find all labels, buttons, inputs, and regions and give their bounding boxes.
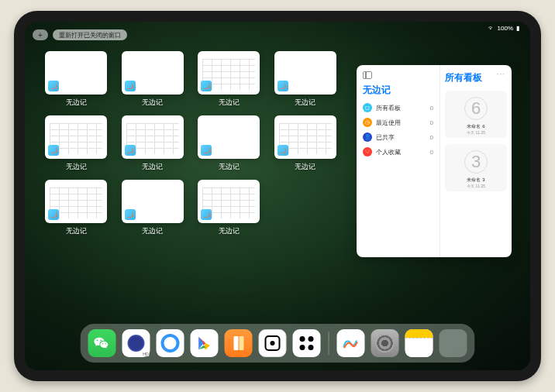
freeform-app-icon	[125, 81, 136, 91]
reopen-closed-window-button[interactable]: 重新打开已关闭的窗口	[53, 29, 127, 40]
freeform-app-icon	[278, 145, 288, 156]
dock-app-qqbrowser[interactable]	[157, 329, 184, 357]
window-label: 无边记	[142, 98, 163, 108]
dock-app-wechat[interactable]	[88, 329, 116, 357]
status-bar: ᯤ 100% ▮	[488, 25, 519, 32]
board-date: 今天 11:25	[467, 130, 485, 135]
freeform-app-icon	[48, 209, 59, 220]
dock-app-settings[interactable]	[371, 329, 399, 357]
shared-icon: 👤	[363, 132, 372, 142]
notes-icon	[405, 329, 433, 357]
signal-icon: ᯤ	[488, 25, 495, 32]
panel-more-button[interactable]: ···	[497, 70, 505, 78]
freeform-app-icon	[125, 209, 136, 220]
board-date: 今天 11:25	[467, 184, 485, 188]
dock-app-pattern[interactable]	[293, 329, 321, 357]
category-count: 0	[430, 134, 433, 141]
dock-separator	[329, 332, 329, 355]
expose-window[interactable]: 无边记	[273, 115, 339, 172]
freeform-icon	[343, 337, 360, 349]
expose-window[interactable]: 无边记	[196, 51, 262, 108]
app-expose-grid: 无边记无边记无边记无边记无边记无边记无边记无边记无边记无边记无边记	[43, 51, 338, 236]
expose-window[interactable]: 无边记	[273, 51, 339, 108]
panel-left-title: 无边记	[363, 84, 433, 97]
dock-app-dice[interactable]	[259, 329, 287, 357]
add-window-button[interactable]: +	[33, 29, 48, 40]
quark-icon	[128, 335, 145, 352]
expose-window[interactable]: 无边记	[196, 180, 262, 236]
window-label: 无边记	[295, 162, 315, 172]
dock-app-books[interactable]	[225, 329, 253, 357]
window-label: 无边记	[219, 98, 240, 108]
gear-icon	[376, 334, 395, 352]
category-label: 最近使用	[376, 119, 401, 127]
freeform-app-icon	[48, 81, 59, 91]
category-item-recent[interactable]: ◷最近使用0	[363, 118, 433, 127]
expose-window[interactable]: 无边记	[196, 115, 262, 172]
category-label: 所有看板	[376, 104, 401, 112]
screen: ᯤ 100% ▮ + 重新打开已关闭的窗口 无边记无边记无边记无边记无边记无边记…	[25, 22, 530, 370]
window-thumbnail	[45, 51, 107, 95]
category-count: 0	[430, 105, 433, 112]
window-thumbnail	[274, 51, 336, 95]
expose-window[interactable]: 无边记	[120, 115, 186, 172]
window-label: 无边记	[219, 226, 240, 236]
freeform-app-icon	[201, 81, 212, 91]
freeform-app-icon	[48, 145, 59, 156]
category-count: 0	[430, 149, 433, 156]
window-thumbnail	[122, 180, 184, 223]
battery-icon: ▮	[516, 25, 519, 32]
category-item-fav[interactable]: ♡个人收藏0	[363, 147, 433, 156]
panel-right: ··· 所有看板 6未命名 6今天 11:253未命名 3今天 11:25	[440, 65, 512, 257]
category-label: 已共享	[376, 133, 395, 142]
board-card[interactable]: 6未命名 6今天 11:25	[445, 91, 507, 138]
board-name: 未命名 6	[467, 123, 484, 130]
window-label: 无边记	[66, 162, 87, 172]
window-thumbnail	[198, 115, 260, 159]
wechat-icon	[94, 335, 111, 352]
expose-window[interactable]: 无边记	[120, 180, 186, 236]
dock-app-quark[interactable]	[122, 329, 150, 357]
expose-window[interactable]: 无边记	[43, 115, 109, 172]
dock-app-folder[interactable]	[440, 329, 467, 357]
category-label: 个人收藏	[376, 148, 401, 156]
dock-app-play[interactable]	[191, 329, 219, 357]
ipad-frame: ᯤ 100% ▮ + 重新打开已关闭的窗口 无边记无边记无边记无边记无边记无边记…	[14, 11, 541, 381]
panel-left: 无边记 ◻所有看板0◷最近使用0👤已共享0♡个人收藏0	[357, 65, 440, 257]
category-item-shared[interactable]: 👤已共享0	[363, 132, 433, 142]
dock-app-notes[interactable]	[405, 329, 433, 357]
board-card[interactable]: 3未命名 3今天 11:25	[445, 144, 507, 191]
pattern-icon	[300, 336, 314, 350]
freeform-app-icon	[201, 209, 212, 220]
expose-window[interactable]: 无边记	[43, 51, 109, 108]
freeform-app-icon	[278, 81, 288, 91]
window-label: 无边记	[295, 98, 315, 108]
play-icon	[196, 335, 213, 352]
recent-icon: ◷	[363, 118, 372, 127]
expose-window[interactable]: 无边记	[43, 180, 109, 236]
books-icon	[233, 336, 243, 350]
window-thumbnail	[198, 51, 260, 95]
fav-icon: ♡	[363, 147, 372, 156]
window-thumbnail	[122, 51, 184, 95]
board-preview: 6	[464, 97, 488, 120]
sidebar-toggle-icon[interactable]	[363, 71, 372, 79]
dice-icon	[265, 335, 281, 351]
board-preview: 3	[464, 150, 488, 174]
window-thumbnail	[122, 115, 184, 159]
freeform-app-icon	[125, 145, 136, 156]
freeform-sidebar-panel: 无边记 ◻所有看板0◷最近使用0👤已共享0♡个人收藏0 ··· 所有看板 6未命…	[357, 65, 512, 257]
top-controls: + 重新打开已关闭的窗口	[33, 29, 127, 40]
window-label: 无边记	[66, 226, 87, 236]
window-thumbnail	[45, 115, 107, 159]
dock-app-freeform[interactable]	[337, 329, 365, 357]
window-thumbnail	[45, 180, 107, 223]
category-item-boards[interactable]: ◻所有看板0	[363, 103, 433, 112]
window-label: 无边记	[66, 98, 87, 108]
window-thumbnail	[274, 115, 336, 159]
window-thumbnail	[198, 180, 260, 223]
battery-text: 100%	[498, 25, 513, 32]
window-label: 无边记	[142, 162, 163, 172]
expose-window[interactable]: 无边记	[120, 51, 186, 108]
category-list: ◻所有看板0◷最近使用0👤已共享0♡个人收藏0	[363, 103, 433, 156]
